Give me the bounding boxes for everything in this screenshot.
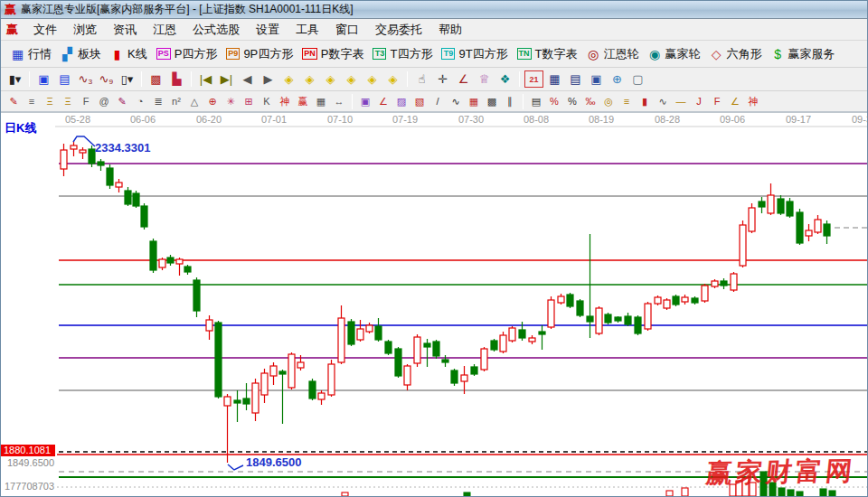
- n-square-button[interactable]: n²: [168, 94, 184, 108]
- next-page-button[interactable]: ▶: [259, 70, 278, 88]
- net-share-button[interactable]: ⊕: [608, 70, 627, 88]
- gold-section-2-button[interactable]: Ξ: [60, 94, 76, 108]
- winner-service-button-label: 赢家服务: [788, 46, 835, 62]
- fan-lines-button[interactable]: ▧: [411, 94, 428, 108]
- pattern-search-button[interactable]: ❖: [495, 70, 514, 88]
- gann-wheel-button[interactable]: ◎江恩轮: [582, 44, 644, 64]
- gann-crown-button[interactable]: ♕: [475, 70, 494, 88]
- draw-brush-button[interactable]: ✎: [114, 94, 130, 108]
- percent-levels-button[interactable]: ‰: [582, 94, 599, 108]
- percent-button[interactable]: %: [564, 94, 580, 108]
- shen-tool-button[interactable]: 神: [277, 94, 293, 108]
- sectors-button[interactable]: ▞板块: [56, 44, 106, 64]
- first-page-button[interactable]: |◀: [196, 70, 215, 88]
- gann-diamond-cross-button[interactable]: ◈: [342, 70, 361, 88]
- menu-item-8[interactable]: 交易委托: [367, 20, 430, 40]
- kline-merge-dropdown[interactable]: ▯▾: [118, 70, 137, 88]
- gold-section-button[interactable]: Ξ: [42, 94, 58, 108]
- gann-diamond-plus-button[interactable]: ◈: [363, 70, 382, 88]
- kline-button[interactable]: ▮K线: [106, 44, 152, 64]
- star-grid-button[interactable]: ✳: [222, 94, 239, 108]
- calendar-21-button[interactable]: 21: [524, 70, 543, 88]
- gann-diamond-horizontal-button[interactable]: ◈: [321, 70, 340, 88]
- ninet-square-button[interactable]: T99T四方形: [437, 44, 512, 64]
- gann-diamond-star-button[interactable]: ◈: [383, 70, 402, 88]
- gold-line-button[interactable]: ―: [673, 94, 689, 108]
- gann-diamond-right-button[interactable]: ◈: [300, 70, 319, 88]
- remote-pc-button[interactable]: ▢: [628, 70, 647, 88]
- t-number-table-button[interactable]: TNT数字表: [513, 44, 582, 64]
- gold-circle-button[interactable]: ◎: [600, 94, 617, 108]
- ninep-square-button[interactable]: P99P四方形: [222, 44, 297, 64]
- menu-item-6[interactable]: 工具: [288, 20, 327, 40]
- shen-angle-button[interactable]: 神: [745, 94, 761, 108]
- candle-body: [605, 314, 611, 323]
- zigzag-button[interactable]: ∿: [448, 94, 464, 108]
- ruler-2-button[interactable]: ≣: [150, 94, 166, 108]
- j-angle-button[interactable]: J: [691, 94, 707, 108]
- winner-service-button[interactable]: $赢家服务: [767, 44, 840, 64]
- circle-target-button[interactable]: ⊕: [204, 94, 221, 108]
- crosshair-button[interactable]: ✛: [433, 70, 452, 88]
- ying-tool-button[interactable]: 赢: [295, 94, 311, 108]
- indicator-window-icon[interactable]: ▣: [34, 70, 53, 88]
- grid-123-button[interactable]: ▦: [313, 94, 329, 108]
- volume-profile-icon[interactable]: ▙: [167, 70, 186, 88]
- menu-item-5[interactable]: 设置: [248, 20, 288, 40]
- spiral-button[interactable]: @: [96, 94, 112, 108]
- wave-tool-button[interactable]: ∿: [655, 94, 671, 108]
- menu-item-9[interactable]: 帮助: [430, 20, 470, 40]
- angle-measure-button[interactable]: ∠: [454, 70, 473, 88]
- stats-chart-button[interactable]: ▤: [528, 94, 544, 108]
- title-bar[interactable]: 赢 赢家江恩专业版[赢家内部服务平台] - [上证指数 SH1A0001-111…: [1, 1, 867, 19]
- candle-edit-button[interactable]: ▮: [637, 94, 653, 108]
- calculator-button[interactable]: ▦: [545, 70, 564, 88]
- red-pattern-icon[interactable]: ▩: [146, 70, 165, 88]
- scale-ruler-button[interactable]: ≡: [24, 94, 40, 108]
- minute-3-icon[interactable]: ∿₃: [76, 70, 95, 88]
- angle-tool-button[interactable]: △: [186, 94, 203, 108]
- menu-item-4[interactable]: 公式选股: [184, 20, 248, 40]
- volume-bar: [682, 488, 688, 496]
- chart-area[interactable]: 05-2806-0606-2007-0107-1007-1907-3008-08…: [1, 113, 867, 496]
- order-notes-button[interactable]: ▤: [566, 70, 585, 88]
- drag-hand-button[interactable]: ☝: [412, 70, 431, 88]
- menu-item-0[interactable]: 文件: [25, 20, 65, 40]
- parallel-lines-button[interactable]: ∥: [502, 94, 518, 108]
- p-number-table-button[interactable]: PNP数字表: [297, 44, 368, 64]
- info-f10-icon[interactable]: ▤: [55, 70, 74, 88]
- gann-diamond-left-button[interactable]: ◈: [279, 70, 298, 88]
- prev-page-button[interactable]: ◀: [238, 70, 257, 88]
- hexagon-button[interactable]: ◇六角形: [705, 44, 767, 64]
- k-quote-button[interactable]: K: [259, 94, 275, 108]
- menu-bar: 赢 文件浏览资讯江恩公式选股设置工具窗口交易委托帮助: [1, 19, 867, 41]
- menu-item-2[interactable]: 资讯: [105, 20, 145, 40]
- p-square-button[interactable]: PSP四方形: [152, 44, 222, 64]
- square-grid-button[interactable]: ⊞: [241, 94, 257, 108]
- fib-ruler-button[interactable]: F: [78, 94, 94, 108]
- draw-pencil-button[interactable]: ✎: [5, 94, 22, 108]
- menu-item-1[interactable]: 浏览: [65, 20, 105, 40]
- t-square-button[interactable]: T3T四方形: [368, 44, 437, 64]
- price-grid-2-button[interactable]: ▩: [484, 94, 500, 108]
- price-grid-button[interactable]: ▦: [466, 94, 482, 108]
- gann-fan-button[interactable]: ∠: [375, 94, 392, 108]
- time-cycle-button[interactable]: ◔: [132, 94, 148, 108]
- trend-line-button[interactable]: /: [429, 94, 446, 108]
- menu-item-3[interactable]: 江恩: [145, 20, 184, 40]
- f-angle-button[interactable]: F: [709, 94, 725, 108]
- menu-item-7[interactable]: 窗口: [327, 20, 367, 40]
- width-measure-button[interactable]: ↔: [331, 94, 347, 108]
- sectors-button-icon: ▞: [61, 48, 74, 61]
- last-page-button[interactable]: ▶|: [217, 70, 236, 88]
- gann-fan-grid-button[interactable]: ▨: [393, 94, 410, 108]
- minute-9-icon[interactable]: ∿₉: [97, 70, 116, 88]
- gann-box-button[interactable]: ▣: [357, 94, 373, 108]
- kline-style-dropdown[interactable]: ▮▾: [5, 70, 24, 88]
- gold-angle-button[interactable]: ∠: [727, 94, 743, 108]
- winner-wheel-button[interactable]: ◉赢家轮: [644, 44, 705, 64]
- gold-levels-button[interactable]: ≡: [618, 94, 635, 108]
- percent-slope-button[interactable]: %: [546, 94, 562, 108]
- save-button[interactable]: ▣: [587, 70, 606, 88]
- quotes-button[interactable]: ▦行情: [6, 44, 56, 64]
